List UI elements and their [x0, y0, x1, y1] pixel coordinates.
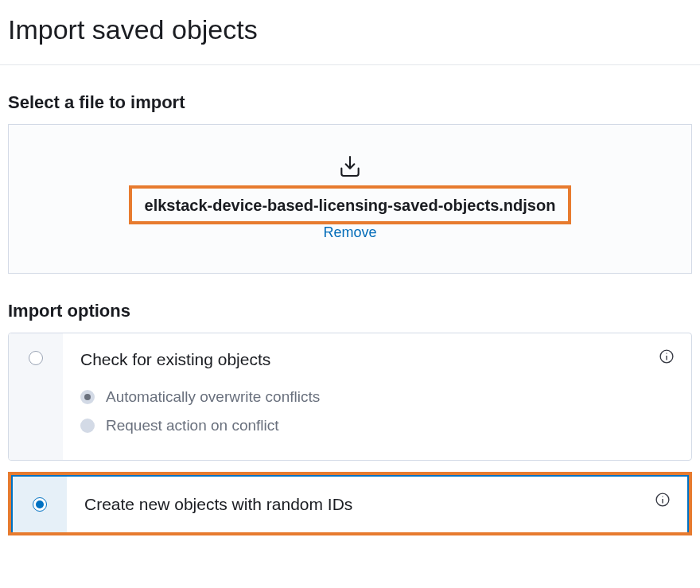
page-title: Import saved objects — [0, 0, 700, 64]
options-section-heading: Import options — [8, 301, 692, 321]
radio-request[interactable] — [80, 419, 95, 433]
divider — [0, 64, 700, 65]
sub-label-request: Request action on conflict — [106, 417, 279, 434]
radio-overwrite[interactable] — [80, 390, 95, 404]
sub-option-overwrite[interactable]: Automatically overwrite conflicts — [80, 388, 651, 406]
option-create-highlight: Create new objects with random IDs — [8, 472, 692, 535]
import-options-group: Check for existing objects Automatically… — [8, 333, 692, 461]
remove-file-link[interactable]: Remove — [25, 224, 675, 241]
file-section-heading: Select a file to import — [8, 92, 692, 113]
info-icon[interactable] — [659, 349, 674, 364]
option-create-random[interactable]: Create new objects with random IDs — [11, 475, 689, 532]
option-create-title: Create new objects with random IDs — [84, 493, 648, 516]
info-icon[interactable] — [655, 493, 670, 507]
import-icon — [337, 154, 363, 179]
svg-point-5 — [662, 496, 663, 497]
option-check-existing[interactable]: Check for existing objects Automatically… — [9, 333, 691, 460]
radio-create-random[interactable] — [33, 497, 47, 512]
option-check-title: Check for existing objects — [80, 348, 651, 371]
filename-text: elkstack-device-based-licensing-saved-ob… — [145, 197, 556, 214]
filename-highlight: elkstack-device-based-licensing-saved-ob… — [129, 185, 572, 224]
svg-point-2 — [666, 352, 667, 353]
file-drop-zone[interactable]: elkstack-device-based-licensing-saved-ob… — [8, 124, 692, 274]
sub-label-overwrite: Automatically overwrite conflicts — [106, 388, 320, 406]
sub-option-request[interactable]: Request action on conflict — [80, 417, 651, 434]
radio-check-existing[interactable] — [29, 351, 43, 365]
